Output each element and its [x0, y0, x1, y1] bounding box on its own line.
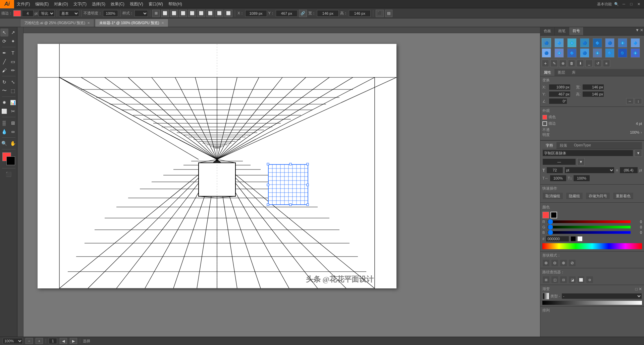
rect-tool[interactable]: ▭ — [9, 58, 17, 66]
prev-page-btn[interactable]: ◀ — [60, 338, 67, 344]
y-input[interactable] — [276, 10, 298, 17]
ungroup-btn[interactable]: 取消编组 — [542, 192, 563, 200]
blend-tool[interactable]: ∞ — [9, 128, 17, 136]
stroke-type-select[interactable]: 等比 — [39, 10, 55, 17]
gradient-close-icon[interactable]: ✕ — [639, 287, 642, 291]
symbol-item[interactable]: 🔵 — [618, 48, 627, 58]
align-bottom-btn[interactable]: ⬜ — [206, 10, 214, 17]
w-input-r[interactable] — [582, 84, 604, 90]
tab-symbol[interactable]: 符号 — [569, 27, 584, 35]
zoom-out-btn[interactable]: − — [25, 338, 33, 344]
font-size-unit-select[interactable]: pt — [565, 167, 614, 174]
align-center-btn[interactable]: ⬜ — [170, 10, 178, 17]
b-slider[interactable] — [548, 231, 631, 234]
opacity-input[interactable] — [103, 10, 118, 17]
symbol-reset-btn[interactable]: ↺ — [594, 60, 601, 67]
symbol-item[interactable]: 🔷 — [593, 38, 602, 48]
symbol-delete-btn[interactable]: 🗑 — [568, 60, 575, 67]
tab-transform[interactable]: 属性 — [540, 69, 554, 76]
magic-wand-tool[interactable]: ✦ — [9, 37, 17, 45]
exclude-btn[interactable]: ⊘ — [569, 259, 576, 267]
r-slider[interactable] — [548, 220, 631, 223]
stroke-swatch[interactable] — [542, 121, 547, 126]
paintbrush-tool[interactable]: 🖌 — [0, 66, 8, 74]
screen-mode-btn[interactable]: ⬛ — [5, 170, 13, 178]
menu-edit[interactable]: 编辑(E) — [33, 0, 51, 8]
tab-2-close[interactable]: ✕ — [161, 21, 164, 25]
color-stroke-swatch-2[interactable] — [550, 212, 557, 218]
pen-tool[interactable]: ✒ — [0, 49, 8, 57]
symbol-item[interactable]: 🔵 — [542, 38, 551, 48]
artboard-tool[interactable]: ⬜ — [0, 107, 8, 115]
hand-tool[interactable]: ✋ — [9, 139, 17, 147]
x-input[interactable] — [245, 10, 267, 17]
symbol-item[interactable]: 🔵 — [542, 48, 551, 58]
distribute-h-btn[interactable]: ⬜ — [215, 10, 223, 17]
hide-btn[interactable]: 隐藏组 — [566, 192, 583, 200]
symbol-item[interactable]: 🔷 — [567, 48, 577, 58]
symbol-expand-btn[interactable]: ≡ — [603, 60, 610, 67]
mesh-tool[interactable]: ⊞ — [9, 119, 17, 127]
selection-tool[interactable]: ↖ — [0, 28, 8, 37]
rotate-tool[interactable]: ↻ — [0, 78, 8, 86]
next-page-btn[interactable]: ▶ — [70, 338, 77, 344]
pencil-tool[interactable]: ✏ — [9, 66, 17, 74]
minus-back-btn[interactable]: ⊖ — [586, 276, 593, 283]
symbol-tool[interactable]: ✸ — [0, 98, 8, 107]
outline-btn[interactable]: ⬜ — [577, 276, 585, 283]
menu-select[interactable]: 选择(S) — [89, 0, 108, 8]
search-icon[interactable]: 🔍 — [614, 1, 619, 7]
menu-text[interactable]: 文字(T) — [71, 0, 89, 8]
type-tool[interactable]: T — [9, 49, 17, 57]
zoom-select[interactable]: 100% — [3, 338, 23, 344]
gradient-slider[interactable] — [542, 301, 642, 305]
menu-view[interactable]: 视图(V) — [127, 0, 146, 8]
page-input[interactable] — [49, 338, 57, 344]
symbol-place-btn[interactable]: ⬇ — [577, 60, 584, 67]
gradient-swatch[interactable] — [542, 293, 549, 299]
warp-tool[interactable]: 〜 — [0, 87, 8, 95]
symbol-item[interactable]: 🔵 — [580, 48, 589, 58]
lasso-tool[interactable]: ⟳ — [0, 37, 8, 45]
symbol-item[interactable]: 💠 — [593, 48, 602, 58]
w-input[interactable] — [317, 10, 339, 17]
menu-effect[interactable]: 效果(C) — [108, 0, 127, 8]
symbol-item[interactable]: 🔵 — [605, 38, 614, 48]
divide-btn[interactable]: ⊞ — [542, 276, 550, 283]
opacity-arrow[interactable]: › — [641, 130, 642, 134]
panel-close-icon[interactable]: ✕ — [640, 28, 643, 34]
menu-window[interactable]: 窗口(W) — [146, 0, 166, 8]
tab-char[interactable]: 字符 — [542, 142, 556, 149]
stroke-width-input[interactable] — [22, 10, 34, 17]
close-btn[interactable]: ✕ — [636, 1, 641, 7]
tab-brush[interactable]: 画笔 — [555, 27, 569, 35]
tracking-input[interactable] — [550, 175, 567, 182]
gradient-tool[interactable]: ▒ — [0, 119, 8, 127]
g-slider[interactable] — [548, 226, 631, 228]
flip-v-btn[interactable]: ↕ — [635, 98, 642, 104]
h-input-r[interactable] — [582, 91, 604, 97]
free-transform-tool[interactable]: ⬚ — [9, 87, 17, 95]
symbol-duplicate-btn[interactable]: ⊕ — [559, 60, 567, 67]
tab-color-board[interactable]: 色板 — [540, 27, 555, 35]
scale-input[interactable] — [573, 175, 590, 182]
merge-btn[interactable]: ⊟ — [560, 276, 567, 283]
transform-btn[interactable]: ⬛ — [376, 10, 384, 17]
flip-h-btn[interactable]: ↔ — [626, 98, 634, 104]
direct-select-tool[interactable]: ↗ — [9, 28, 17, 37]
menu-object[interactable]: 对象(O) — [51, 0, 70, 8]
symbol-new-btn[interactable]: + — [542, 60, 549, 67]
line-tool[interactable]: ╱ — [0, 58, 8, 66]
column-graph-tool[interactable]: 📊 — [9, 98, 17, 107]
fill-swatch[interactable] — [542, 115, 547, 120]
align-left-btn[interactable]: ⬜ — [161, 10, 169, 17]
minus-front-btn[interactable]: ⊖ — [551, 259, 558, 267]
symbol-item[interactable]: 💠 — [554, 48, 564, 58]
crop-btn[interactable]: ◪ — [569, 276, 576, 283]
symbol-edit-btn[interactable]: ✎ — [550, 60, 558, 67]
leading-input[interactable] — [620, 167, 638, 174]
symbol-break-btn[interactable]: ⎯ — [585, 60, 593, 67]
stroke-color-btn[interactable] — [13, 10, 21, 16]
tab-1-close[interactable]: ✕ — [87, 21, 90, 25]
symbol-item[interactable]: 💠 — [631, 48, 640, 58]
